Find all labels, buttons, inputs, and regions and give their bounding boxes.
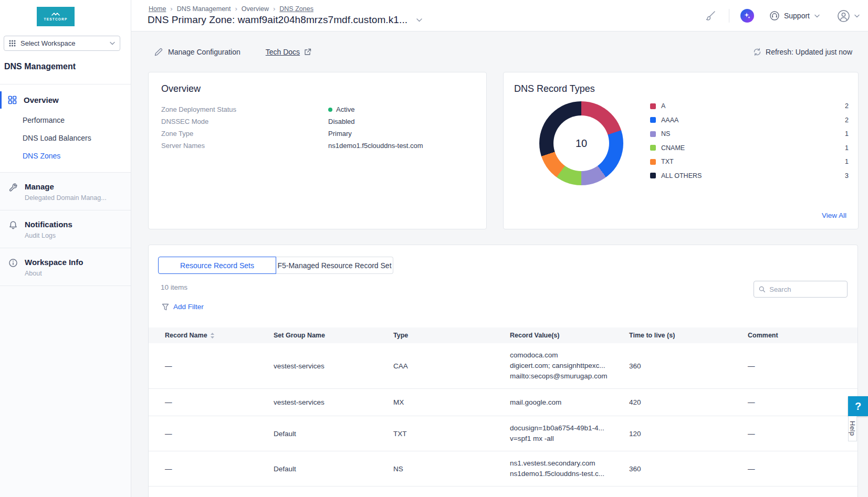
record-name-cell: — — [165, 362, 274, 370]
refresh-button[interactable]: Refresh: Updated just now — [753, 48, 852, 56]
help-button[interactable]: ? — [848, 396, 868, 416]
sort-icon — [211, 333, 214, 339]
overview-row-value: ns1demo1.f5clouddns-test.com — [328, 142, 423, 150]
avatar-icon — [837, 9, 850, 23]
overview-row-value: Primary — [328, 130, 352, 138]
legend-label: CNAME — [661, 144, 845, 152]
manage-configuration-button[interactable]: Manage Configuration — [154, 47, 240, 57]
main-content: Manage Configuration Tech Docs Refresh: … — [131, 31, 868, 497]
column-header-label: Comment — [748, 332, 778, 339]
record-values-cell: comodoca.com digicert.com; cansignhttpex… — [510, 350, 629, 382]
legend-item-a: A2 — [650, 99, 849, 113]
table-row[interactable]: —DefaultTXTdocusign=1b0a6754-49b1-4... v… — [149, 416, 857, 451]
column-header-label: Time to live (s) — [629, 332, 675, 339]
status-dot — [328, 108, 332, 112]
legend-label: ALL OTHERS — [661, 172, 845, 179]
donut-total: 10 — [576, 138, 587, 150]
table-row[interactable]: —DefaultNSns1.vestest.secondary.com ns1d… — [149, 451, 857, 487]
overview-row: Zone TypePrimary — [161, 128, 474, 140]
breadcrumb-separator: › — [170, 5, 172, 13]
type-cell: NS — [393, 465, 510, 473]
app: TESTCORP Select Workspace DNS Management… — [0, 0, 868, 497]
sidebar-item-overview-label: Overview — [24, 96, 59, 104]
user-menu[interactable] — [837, 9, 860, 23]
add-filter-label: Add Filter — [173, 303, 204, 311]
support-label: Support — [784, 12, 810, 20]
column-header-label: Set Group Name — [274, 332, 325, 339]
sidebar-item-dns-load-balancers[interactable]: DNS Load Balancers — [23, 134, 131, 142]
action-row: Manage Configuration Tech Docs Refresh: … — [154, 45, 852, 59]
sidebar-item-notifications[interactable]: Notifications Audit Logs — [0, 210, 131, 248]
ttl-cell: 360 — [629, 362, 748, 370]
column-header-label: Record Value(s) — [510, 332, 559, 339]
info-icon — [8, 258, 18, 268]
add-filter-button[interactable]: Add Filter — [162, 303, 204, 311]
search-box — [754, 281, 848, 298]
tech-docs-link[interactable]: Tech Docs — [266, 48, 311, 56]
breadcrumb-item-home[interactable]: Home — [149, 5, 166, 13]
chevron-down-icon — [814, 14, 820, 18]
overview-row: Zone Deployment StatusActive — [161, 103, 474, 115]
legend-swatch — [650, 131, 656, 137]
sidebar-item-workspace-info[interactable]: Workspace Info About — [0, 248, 131, 285]
legend-item-all-others: ALL OTHERS3 — [650, 169, 849, 183]
grid-dots-icon — [9, 40, 16, 47]
tab-resource-record-sets[interactable]: Resource Record Sets — [158, 257, 276, 274]
breadcrumb-item-overview[interactable]: Overview — [242, 5, 269, 13]
legend-value: 2 — [845, 102, 849, 110]
sidebar-item-manage[interactable]: Manage Delegated Domain Manag... — [0, 172, 131, 210]
column-header-set-group-name: Set Group Name — [274, 332, 393, 339]
legend-label: A — [661, 102, 845, 110]
paintbrush-icon[interactable] — [705, 10, 716, 22]
legend-item-cname: CNAME1 — [650, 141, 849, 155]
column-header-record-name[interactable]: Record Name — [165, 332, 274, 339]
sidebar-item-manage-sublabel: Delegated Domain Manag... — [25, 194, 131, 202]
legend-value: 1 — [845, 158, 849, 165]
column-header-record-value-s: Record Value(s) — [510, 332, 629, 339]
comment-cell: — — [748, 398, 857, 406]
topbar: Home›DNS Management›Overview›DNS Zones D… — [131, 0, 868, 31]
breadcrumb: Home›DNS Management›Overview›DNS Zones — [149, 5, 313, 13]
legend-swatch — [650, 159, 656, 165]
workspace-selector-label: Select Workspace — [20, 39, 110, 47]
sidebar-item-performance[interactable]: Performance — [23, 116, 131, 124]
table-row[interactable]: —vestest-servicesMXmail.google.com420— — [149, 389, 857, 416]
breadcrumb-item-dns-zones[interactable]: DNS Zones — [279, 5, 313, 13]
chart-legend: A2AAAA2NS1CNAME1TXT1ALL OTHERS3 — [650, 99, 849, 183]
breadcrumb-item-dns-management[interactable]: DNS Management — [177, 5, 231, 13]
overview-card-title: Overview — [161, 83, 474, 94]
overview-row-label: Zone Deployment Status — [161, 105, 328, 113]
comment-cell: — — [748, 465, 857, 473]
pencil-icon — [154, 47, 163, 57]
overview-row: Server Namesns1demo1.f5clouddns-test.com — [161, 140, 474, 152]
sidebar-item-overview[interactable]: Overview — [0, 91, 131, 109]
title-chevron-down-icon[interactable] — [416, 18, 422, 22]
search-input[interactable] — [769, 285, 842, 293]
ai-assistant-icon[interactable] — [740, 9, 754, 23]
column-header-label: Type — [393, 332, 408, 339]
sidebar-filler — [0, 285, 131, 497]
workspace-selector[interactable]: Select Workspace — [4, 36, 120, 51]
sidebar-item-workspace-info-label: Workspace Info — [25, 258, 131, 267]
legend-label: AAAA — [661, 117, 845, 124]
refresh-label: Refresh: Updated just now — [766, 48, 852, 56]
view-all-link[interactable]: View All — [822, 212, 846, 219]
brand-logo-text: TESTCORP — [44, 17, 68, 21]
overview-row-value: Disabled — [328, 118, 355, 125]
funnel-icon — [162, 303, 169, 311]
column-header-type: Type — [393, 332, 510, 339]
table-row[interactable]: —vestest-servicesCAAcomodoca.com digicer… — [149, 343, 857, 389]
sidebar-section-overview: Overview Performance DNS Load Balancers … — [0, 84, 131, 172]
tabs: Resource Record SetsF5-Managed Resource … — [158, 257, 393, 274]
sidebar-nav: Overview Performance DNS Load Balancers … — [0, 84, 131, 497]
sidebar-item-dns-zones[interactable]: DNS Zones — [23, 152, 131, 160]
column-header-time-to-live-s: Time to live (s) — [629, 332, 748, 339]
tab-f5-managed-resource-record-set[interactable]: F5-Managed Resource Record Set — [276, 257, 393, 274]
topbar-divider — [729, 9, 729, 23]
comment-cell: — — [748, 362, 857, 370]
headset-icon — [769, 10, 780, 21]
help-label[interactable]: Help — [848, 416, 857, 441]
table-row[interactable]: —DefaultAAAA1111:1111...300— — [149, 487, 857, 497]
legend-swatch — [650, 173, 656, 178]
support-menu[interactable]: Support — [769, 10, 820, 21]
